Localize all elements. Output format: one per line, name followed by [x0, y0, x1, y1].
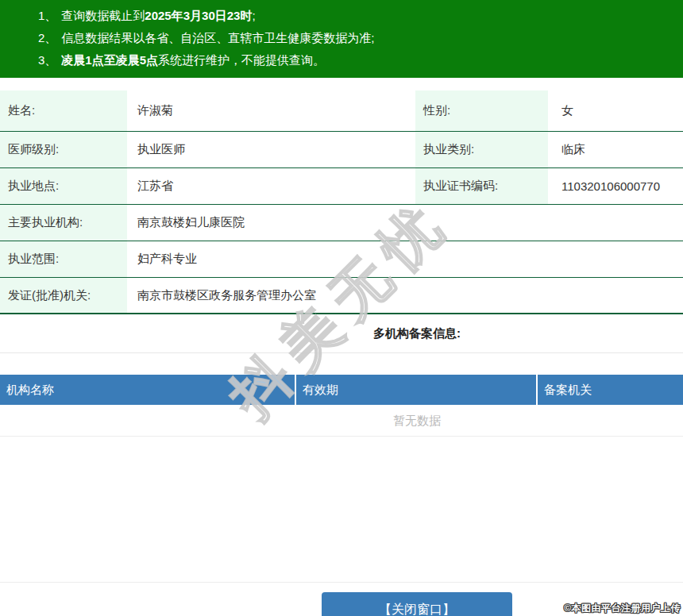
column-record-authority: 备案机关 — [536, 375, 683, 405]
no-data-message: 暂无数据 — [0, 405, 683, 437]
notice-number: 2、 — [38, 31, 56, 44]
gender-value: 女 — [548, 103, 683, 118]
notice-text: ; — [252, 9, 255, 22]
practitioner-info-table: 姓名: 许淑菊 性别: 女 医师级别: 执业医师 执业类别: 临床 执业地点: … — [0, 90, 683, 314]
info-row-practice-scope: 执业范围: 妇产科专业 — [0, 241, 683, 278]
practice-scope-value: 妇产科专业 — [127, 252, 683, 267]
name-value: 许淑菊 — [127, 103, 415, 118]
column-validity-period: 有效期 — [295, 375, 536, 405]
multi-org-record-table: 机构名称 有效期 备案机关 暂无数据 — [0, 375, 683, 437]
notice-text: 信息数据结果以各省、自治区、直辖市卫生健康委数据为准; — [61, 31, 374, 44]
practice-category-label: 执业类别: — [415, 132, 548, 167]
main-institution-value: 南京鼓楼妇儿康医院 — [127, 215, 683, 230]
doctor-level-label: 医师级别: — [0, 132, 127, 167]
close-window-button[interactable]: 【关闭窗口】 — [322, 592, 512, 616]
practice-scope-label: 执业范围: — [0, 241, 127, 277]
column-institution-name: 机构名称 — [0, 375, 295, 405]
certificate-number-label: 执业证书编码: — [415, 168, 548, 204]
info-row-name-gender: 姓名: 许淑菊 性别: 女 — [0, 90, 683, 132]
issuing-authority-label: 发证(批准)机关: — [0, 278, 127, 313]
blank-area — [0, 437, 683, 583]
multi-org-section-heading: 多机构备案信息: — [0, 314, 683, 353]
main-institution-label: 主要执业机构: — [0, 205, 127, 241]
notice-text-bold: 2025年3月30日23时 — [145, 9, 252, 22]
notice-number: 3、 — [38, 53, 56, 67]
upload-attribution-watermark: ©本图由平台注册用户上传 — [564, 602, 681, 615]
info-row-level-category: 医师级别: 执业医师 执业类别: 临床 — [0, 132, 683, 168]
info-row-location-certno: 执业地点: 江苏省 执业证书编码: 110320106000770 — [0, 168, 683, 205]
viewport: 1、查询数据截止到2025年3月30日23时; 2、信息数据结果以各省、自治区、… — [0, 0, 683, 616]
practice-location-value: 江苏省 — [127, 179, 415, 194]
notice-number: 1、 — [38, 9, 56, 22]
practice-location-label: 执业地点: — [0, 168, 127, 204]
notice-text: 查询数据截止到 — [61, 9, 145, 22]
info-row-main-institution: 主要执业机构: 南京鼓楼妇儿康医院 — [0, 205, 683, 241]
notice-banner: 1、查询数据截止到2025年3月30日23时; 2、信息数据结果以各省、自治区、… — [0, 0, 683, 78]
name-label: 姓名: — [0, 90, 127, 131]
notice-text-bold: 凌晨1点至凌晨5点 — [61, 53, 158, 67]
notice-item-1: 1、查询数据截止到2025年3月30日23时; — [38, 5, 683, 27]
doctor-level-value: 执业医师 — [127, 142, 415, 157]
issuing-authority-value: 南京市鼓楼区政务服务管理办公室 — [127, 288, 683, 303]
practice-category-value: 临床 — [548, 142, 683, 157]
gender-label: 性别: — [415, 90, 548, 131]
notice-item-2: 2、信息数据结果以各省、自治区、直辖市卫生健康委数据为准; — [38, 27, 683, 49]
notice-item-3: 3、凌晨1点至凌晨5点系统进行维护，不能提供查询。 — [38, 49, 683, 71]
query-result-page: 1、查询数据截止到2025年3月30日23时; 2、信息数据结果以各省、自治区、… — [0, 0, 683, 616]
certificate-number-value: 110320106000770 — [548, 179, 683, 193]
record-table-header: 机构名称 有效期 备案机关 — [0, 375, 683, 405]
notice-text: 系统进行维护，不能提供查询。 — [158, 53, 325, 67]
info-row-issuing-authority: 发证(批准)机关: 南京市鼓楼区政务服务管理办公室 — [0, 278, 683, 314]
